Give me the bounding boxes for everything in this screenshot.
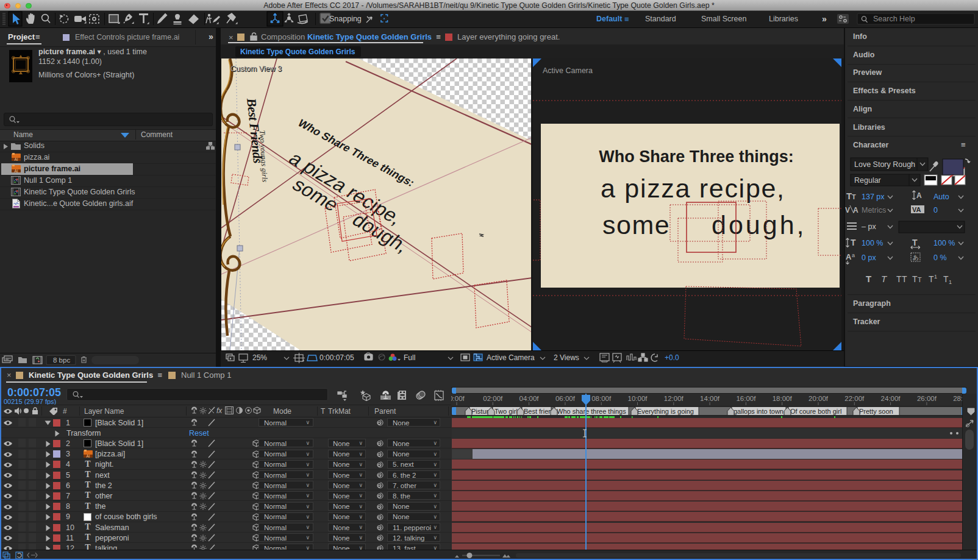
svg-text:08:00f: 08:00f xyxy=(591,395,612,402)
svg-text:Active Camera: Active Camera xyxy=(543,66,593,75)
svg-text:Small Screen: Small Screen xyxy=(701,15,746,23)
svg-text:T: T xyxy=(852,193,856,200)
svg-text:Pretty soon: Pretty soon xyxy=(859,408,893,415)
svg-text:26:00f: 26:00f xyxy=(917,395,937,402)
svg-text:A: A xyxy=(846,252,852,261)
svg-text:Regular: Regular xyxy=(854,176,881,185)
svg-text:T: T xyxy=(912,238,918,247)
svg-text:a: a xyxy=(852,252,855,258)
svg-text:10:00f: 10:00f xyxy=(628,395,648,402)
svg-text:Ai: Ai xyxy=(15,169,18,173)
svg-text:Full: Full xyxy=(404,353,415,362)
svg-text:Search Help: Search Help xyxy=(873,15,915,23)
svg-text:14:00f: 14:00f xyxy=(700,395,720,402)
svg-text:0 px: 0 px xyxy=(862,253,876,262)
svg-text:100 %: 100 % xyxy=(933,239,955,247)
svg-text:20:00f: 20:00f xyxy=(808,395,829,402)
svg-text:VA: VA xyxy=(912,206,921,213)
svg-text:A: A xyxy=(916,191,922,200)
svg-text:Standard: Standard xyxy=(645,15,676,23)
svg-text:T: T xyxy=(943,274,949,284)
svg-text:a pizza recipe,: a pizza recipe, xyxy=(601,174,785,203)
svg-text:22:00f: 22:00f xyxy=(844,395,865,402)
svg-text:0:00f: 0:00f xyxy=(451,395,465,402)
svg-text:A: A xyxy=(853,206,858,214)
svg-text:V: V xyxy=(845,206,850,214)
svg-text:28:00f: 28:00f xyxy=(953,395,962,402)
svg-text:T: T xyxy=(912,274,918,284)
svg-text:100 %: 100 % xyxy=(862,239,883,247)
svg-text:02:00f: 02:00f xyxy=(483,395,503,402)
svg-text:16:00f: 16:00f xyxy=(736,395,756,402)
svg-text:18:00f: 18:00f xyxy=(773,395,793,402)
svg-text:0 %: 0 % xyxy=(933,253,947,262)
svg-text:Default: Default xyxy=(596,15,623,23)
svg-text:04:00f: 04:00f xyxy=(519,395,540,402)
svg-text:T: T xyxy=(929,274,934,284)
svg-text:25%: 25% xyxy=(252,353,267,362)
svg-text:Metrics: Metrics xyxy=(862,206,886,214)
svg-text:Active Camera: Active Camera xyxy=(487,353,535,362)
svg-text:T: T xyxy=(896,274,902,284)
svg-text:≡: ≡ xyxy=(624,15,629,24)
svg-text:T: T xyxy=(866,274,871,284)
svg-text:+0.0: +0.0 xyxy=(665,353,679,362)
svg-text:dough,: dough, xyxy=(712,210,807,239)
svg-text:Ai: Ai xyxy=(15,157,18,161)
svg-text:Auto: Auto xyxy=(933,193,949,201)
svg-text:– px: – px xyxy=(862,222,876,231)
svg-text:Who share three things: Who share three things xyxy=(557,408,626,415)
svg-text:1: 1 xyxy=(949,279,952,285)
svg-text:1: 1 xyxy=(934,274,937,280)
svg-text:Custom View 3: Custom View 3 xyxy=(230,65,282,73)
svg-text:137 px: 137 px xyxy=(862,193,885,201)
svg-text:Snapping: Snapping xyxy=(329,15,362,23)
svg-text:0: 0 xyxy=(933,206,938,214)
svg-text:Of coure both girl: Of coure both girl xyxy=(790,408,841,415)
svg-text:T: T xyxy=(846,191,852,201)
svg-text:12:00f: 12:00f xyxy=(664,395,684,402)
svg-text:some: some xyxy=(602,210,670,239)
svg-text:2 Views: 2 Views xyxy=(554,353,579,362)
svg-text:T: T xyxy=(918,276,922,283)
svg-text:Everything is going: Everything is going xyxy=(637,408,694,415)
svg-text:gallops into town: gallops into town xyxy=(734,408,783,415)
svg-text:»: » xyxy=(822,14,827,24)
svg-text:T: T xyxy=(881,274,888,284)
svg-text:T: T xyxy=(851,238,856,247)
svg-text:Who Share Three things:: Who Share Three things: xyxy=(599,147,794,166)
svg-text:Ai: Ai xyxy=(87,453,90,458)
svg-text:8 bpc: 8 bpc xyxy=(53,356,70,364)
svg-text:24:00f: 24:00f xyxy=(881,395,901,402)
svg-text:あ: あ xyxy=(913,254,919,261)
svg-text:Libraries: Libraries xyxy=(769,15,798,23)
svg-text:Love Story Rough: Love Story Rough xyxy=(854,160,915,169)
svg-text:0:00:07:05: 0:00:07:05 xyxy=(319,353,354,362)
svg-text:T: T xyxy=(902,274,907,284)
svg-text:06:00f: 06:00f xyxy=(555,395,576,402)
